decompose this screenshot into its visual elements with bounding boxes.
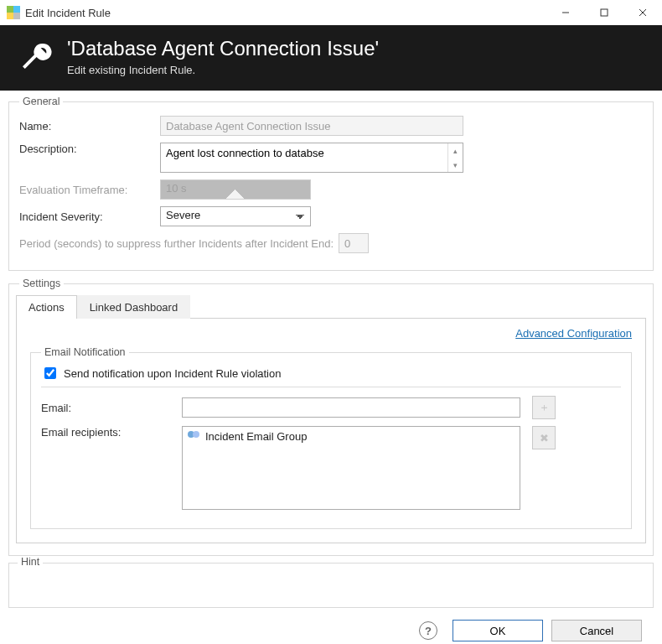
description-input[interactable] (161, 143, 447, 172)
app-icon (7, 6, 20, 19)
delete-icon: ✖ (540, 432, 549, 444)
page-subtitle: Edit existing Incident Rule. (67, 64, 379, 76)
suppress-period-input (339, 233, 369, 253)
help-icon[interactable]: ? (419, 621, 437, 640)
send-notification-checkbox[interactable] (44, 367, 56, 379)
window-close-button[interactable] (623, 0, 662, 25)
evaluation-timeframe-select: 10 s (160, 179, 311, 200)
send-notification-label: Send notification upon Incident Rule vio… (64, 367, 281, 380)
group-icon (188, 431, 201, 443)
dialog-footer: ? OK Cancel (8, 615, 654, 643)
evaluation-timeframe-label: Evaluation Timeframe: (19, 184, 155, 196)
wrench-icon (18, 39, 52, 73)
advanced-configuration-link[interactable]: Advanced Configuration (515, 327, 632, 340)
hint-group: Hint (8, 563, 654, 608)
settings-legend: Settings (19, 278, 64, 289)
description-spinner[interactable]: ▴ ▾ (447, 143, 463, 172)
tab-linked-dashboard[interactable]: Linked Dashboard (77, 295, 191, 319)
email-input[interactable] (182, 397, 520, 418)
plus-icon: ＋ (539, 400, 550, 415)
remove-recipient-button[interactable]: ✖ (532, 426, 556, 449)
description-wrapper: ▴ ▾ (160, 143, 463, 173)
window-maximize-button[interactable] (585, 0, 623, 25)
settings-group: Settings Actions Linked Dashboard Advanc… (8, 278, 654, 556)
settings-tabs: Actions Linked Dashboard (16, 294, 646, 319)
general-group: General Name: Description: ▴ ▾ Evaluatio… (8, 96, 654, 271)
hint-legend: Hint (18, 556, 43, 568)
add-email-button[interactable]: ＋ (532, 396, 556, 419)
window-title: Edit Incident Rule (25, 7, 111, 19)
list-item[interactable]: Incident Email Group (188, 430, 515, 443)
email-recipients-list[interactable]: Incident Email Group (182, 426, 520, 510)
titlebar: Edit Incident Rule (0, 0, 662, 25)
cancel-button[interactable]: Cancel (551, 620, 642, 641)
header-band: 'Database Agent Connection Issue' Edit e… (0, 25, 662, 91)
separator (41, 387, 621, 387)
recipient-name: Incident Email Group (205, 430, 307, 443)
page-title: 'Database Agent Connection Issue' (67, 37, 379, 60)
chevron-down-icon[interactable]: ▾ (448, 158, 463, 172)
email-notification-legend: Email Notification (41, 346, 129, 358)
chevron-up-icon[interactable]: ▴ (448, 143, 463, 158)
name-label: Name: (19, 120, 155, 132)
suppress-period-label: Period (seconds) to suppress further Inc… (19, 237, 334, 250)
window-minimize-button[interactable] (546, 0, 585, 25)
tab-actions-body: Advanced Configuration Email Notificatio… (16, 319, 646, 543)
email-recipients-label: Email recipients: (41, 426, 177, 439)
tab-actions[interactable]: Actions (16, 295, 77, 319)
name-input[interactable] (160, 116, 463, 136)
email-notification-group: Email Notification Send notification upo… (30, 346, 632, 529)
description-label: Description: (19, 143, 155, 155)
svg-rect-1 (601, 9, 608, 16)
incident-severity-label: Incident Severity: (19, 210, 155, 223)
ok-button[interactable]: OK (453, 620, 543, 641)
general-legend: General (19, 96, 63, 107)
email-label: Email: (41, 402, 177, 414)
incident-severity-select[interactable]: Severe (160, 206, 311, 226)
